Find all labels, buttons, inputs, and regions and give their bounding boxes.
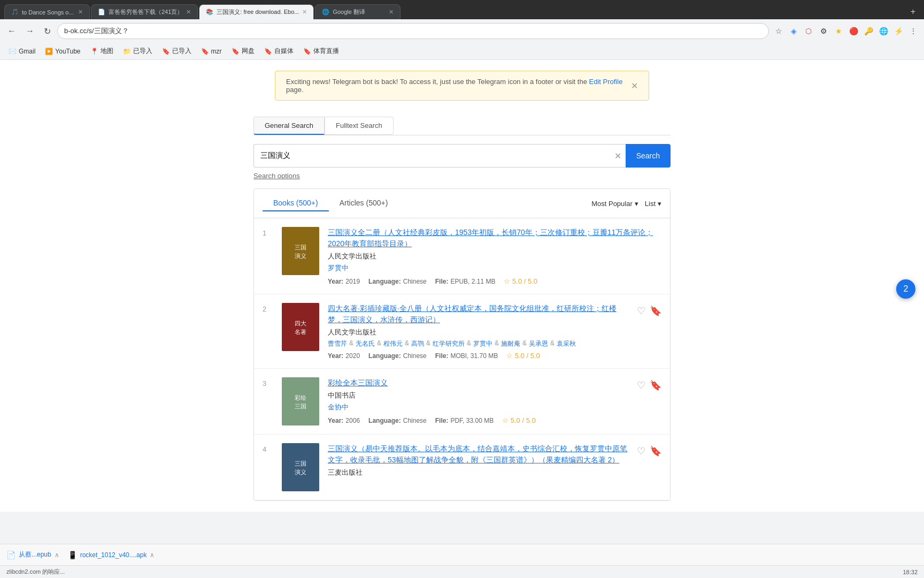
tab-title: 富爸爸穷爸爸下载（241页） <box>109 8 183 16</box>
extension-icon-7[interactable]: 🌐 <box>877 25 890 37</box>
most-popular-sort[interactable]: Most Popular ▾ <box>591 200 638 208</box>
book-title[interactable]: 四大名著·彩插珍藏版·全八册（人文社权威定本，国务院文化组批准，红研所校注；红楼… <box>328 303 628 325</box>
reload-button[interactable]: ↻ <box>41 24 54 39</box>
extension-icon-1[interactable]: ◈ <box>787 25 800 37</box>
book-actions: ♡ 🔖 <box>637 377 661 391</box>
book-actions: ♡ 🔖 <box>637 303 661 317</box>
book-cover: 四大 名著 <box>282 303 319 351</box>
tab-close-button[interactable]: ✕ <box>186 9 191 16</box>
extension-icon-6[interactable]: 🔑 <box>862 25 875 37</box>
search-options-link[interactable]: Search options <box>253 172 300 180</box>
tab-close-button[interactable]: ✕ <box>78 9 83 16</box>
notification-close-button[interactable]: ✕ <box>631 81 638 91</box>
book-author[interactable]: 罗贯中 <box>328 263 661 273</box>
fulltext-search-tab[interactable]: Fulltext Search <box>325 117 394 135</box>
bookmark-icon[interactable]: 🔖 <box>650 445 661 457</box>
book-title[interactable]: 三国演义（易中天推荐版本。以毛本为底本，结合嘉靖本，史书综合汇校，恢复罗贯中原笔… <box>328 443 628 466</box>
book-title[interactable]: 三国演义全二册（人文社经典彩皮版，1953年初版，长销70年；三次修订重校；豆瓣… <box>328 227 661 249</box>
back-button[interactable]: ← <box>4 24 19 38</box>
book-title[interactable]: 彩绘全本三国演义 <box>328 377 628 389</box>
search-button[interactable]: Search <box>626 144 671 168</box>
bookmark-bm9[interactable]: 🔖 体育直播 <box>299 45 343 57</box>
bookmark-bm5[interactable]: 🔖 已导入 <box>158 45 196 57</box>
search-input[interactable] <box>253 144 626 168</box>
bookmark-bm3[interactable]: 📍 地图 <box>86 45 118 57</box>
svg-rect-9 <box>282 443 319 491</box>
edit-profile-link[interactable]: Edit Profile <box>589 78 623 86</box>
tab-bar: 🎵 to Dance Songs o... ✕ 📄 富爸爸穷爸爸下载（241页）… <box>0 0 924 19</box>
book-cover: 三国 演义 <box>282 443 319 491</box>
bookmark-bm8[interactable]: 🔖 自媒体 <box>260 45 298 57</box>
new-tab-button[interactable]: + <box>906 4 920 19</box>
settings-icon[interactable]: ⋮ <box>907 25 920 37</box>
bookmark-favicon: 📍 <box>90 48 98 55</box>
bookmark-favicon: 📁 <box>123 48 131 55</box>
bookmark-favicon: 🔖 <box>264 48 272 55</box>
search-section: General Search Fulltext Search ✕ Search … <box>243 106 681 512</box>
author-link[interactable]: 高鹗 <box>411 339 424 348</box>
bookmark-icon[interactable]: 🔖 <box>650 379 661 391</box>
table-row: 3 彩绘 三国 彩绘全本三国演义 中国书店 金协中 Year: 2006 Lan… <box>254 369 670 435</box>
extension-icon-3[interactable]: ⚙ <box>817 25 830 37</box>
book-meta: Year: 2006 Language: Chinese File: PDF, … <box>328 416 628 424</box>
bookmark-bm4[interactable]: 📁 已导入 <box>119 45 157 57</box>
float-chat-button[interactable]: 2 <box>896 279 915 299</box>
svg-text:三国: 三国 <box>295 403 306 409</box>
tab-close-button[interactable]: ✕ <box>302 9 307 16</box>
bookmark-bm7[interactable]: 🔖 网盘 <box>227 45 259 57</box>
extension-icon-5[interactable]: 🔴 <box>847 25 860 37</box>
bookmark-favicon: 🔖 <box>201 48 209 55</box>
author-separator: & <box>349 339 353 348</box>
extension-icon-4[interactable]: ★ <box>832 25 845 37</box>
browser-tab-tab3[interactable]: 📚 三国演义: free download. Ebo... ✕ <box>199 4 314 19</box>
books-tab[interactable]: Books (500+) <box>263 195 329 211</box>
notification-text: Exciting news! Telegram bot is back! To … <box>286 78 631 94</box>
results-sort: Most Popular ▾ List ▾ <box>591 200 661 208</box>
table-row: 4 三国 演义 三国演义（易中天推荐版本。以毛本为底本，结合嘉靖本，史书综合汇校… <box>254 435 670 500</box>
bookmark-label: Gmail <box>19 48 35 55</box>
bookmark-star-icon[interactable]: ☆ <box>772 25 785 37</box>
browser-chrome: 🎵 to Dance Songs o... ✕ 📄 富爸爸穷爸爸下载（241页）… <box>0 0 924 60</box>
author-link[interactable]: 红学研究所 <box>433 339 465 348</box>
search-clear-button[interactable]: ✕ <box>614 151 621 161</box>
extension-icon-8[interactable]: ⚡ <box>892 25 905 37</box>
author-link[interactable]: 无名氏 <box>356 339 375 348</box>
bookmark-favicon: ▶️ <box>45 48 53 55</box>
bookmark-icon[interactable]: 🔖 <box>650 305 661 317</box>
bookmark-bm2[interactable]: ▶️ YouTube <box>41 46 84 57</box>
bookmark-bm1[interactable]: ✉️ Gmail <box>4 46 40 57</box>
address-input[interactable] <box>57 23 769 39</box>
author-link[interactable]: 袁采秋 <box>557 339 576 348</box>
articles-tab[interactable]: Articles (500+) <box>329 195 399 211</box>
bookmark-favicon: ✉️ <box>9 48 17 55</box>
search-bar-row: ✕ Search <box>253 144 671 168</box>
extension-icon-2[interactable]: ⬡ <box>802 25 815 37</box>
browser-tab-tab1[interactable]: 🎵 to Dance Songs o... ✕ <box>4 4 90 19</box>
like-icon[interactable]: ♡ <box>637 379 645 391</box>
tab-close-button[interactable]: ✕ <box>389 9 394 16</box>
author-link[interactable]: 吴承恩 <box>529 339 548 348</box>
chevron-down-icon: ▾ <box>635 200 638 208</box>
author-link[interactable]: 曹雪芹 <box>328 339 347 348</box>
browser-tab-tab2[interactable]: 📄 富爸爸穷爸爸下载（241页） ✕ <box>91 4 198 19</box>
author-separator: & <box>426 339 430 348</box>
author-link[interactable]: 程伟元 <box>383 339 403 348</box>
bookmark-bm6[interactable]: 🔖 mzr <box>197 46 226 57</box>
svg-text:三国: 三国 <box>295 460 306 467</box>
book-number: 2 <box>263 303 273 313</box>
page-content: Exciting news! Telegram bot is back! To … <box>0 60 924 512</box>
book-author[interactable]: 金协中 <box>328 402 628 412</box>
browser-tab-tab4[interactable]: 🌐 Google 翻译 ✕ <box>315 4 401 19</box>
book-rating: ☆ 5.0 / 5.0 <box>504 277 537 285</box>
general-search-tab[interactable]: General Search <box>253 117 325 135</box>
table-row: 2 四大 名著 四大名著·彩插珍藏版·全八册（人文社权威定本，国务院文化组批准，… <box>254 294 670 369</box>
list-view-button[interactable]: List ▾ <box>645 200 661 208</box>
like-icon[interactable]: ♡ <box>637 445 645 457</box>
author-link[interactable]: 施耐庵 <box>501 339 520 348</box>
book-file: File: PDF, 33.00 MB <box>435 417 494 424</box>
book-language: Language: Chinese <box>368 278 427 285</box>
book-info: 三国演义全二册（人文社经典彩皮版，1953年初版，长销70年；三次修订重校；豆瓣… <box>328 227 661 285</box>
author-link[interactable]: 罗贯中 <box>473 339 492 348</box>
like-icon[interactable]: ♡ <box>637 305 645 317</box>
forward-button[interactable]: → <box>22 24 37 38</box>
